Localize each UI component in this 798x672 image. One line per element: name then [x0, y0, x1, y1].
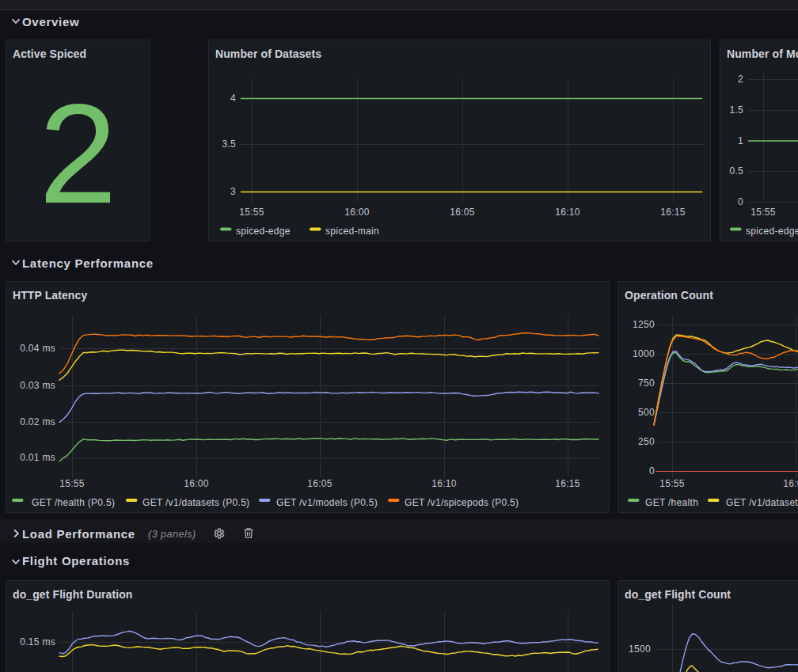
svg-text:1500: 1500	[629, 644, 651, 655]
svg-text:16:05: 16:05	[307, 478, 332, 489]
svg-text:3: 3	[230, 186, 236, 197]
svg-text:GET /v1/models (P0.5): GET /v1/models (P0.5)	[276, 497, 378, 508]
svg-text:4: 4	[230, 93, 236, 104]
svg-text:16:10: 16:10	[555, 207, 580, 218]
svg-text:GET /v1/datasets (P0.5): GET /v1/datasets (P0.5)	[142, 497, 249, 508]
svg-text:GET /v1/datasets: GET /v1/datasets	[726, 497, 798, 508]
svg-text:0.04 ms: 0.04 ms	[20, 343, 55, 354]
svg-text:GET /health: GET /health	[645, 497, 698, 508]
svg-text:0: 0	[738, 196, 743, 207]
svg-text:3.5: 3.5	[222, 139, 236, 150]
svg-text:1: 1	[738, 135, 743, 146]
svg-text:GET /v1/spicepods (P0.5): GET /v1/spicepods (P0.5)	[405, 497, 519, 508]
svg-text:15:55: 15:55	[659, 478, 685, 489]
svg-text:15:55: 15:55	[239, 207, 264, 218]
svg-text:15:55: 15:55	[750, 207, 776, 218]
svg-text:750: 750	[638, 378, 655, 389]
svg-text:16:00: 16:00	[184, 478, 209, 489]
svg-text:1250: 1250	[633, 319, 655, 330]
svg-text:spiced-main: spiced-main	[325, 226, 379, 237]
svg-text:16:05: 16:05	[450, 207, 475, 218]
svg-text:15:55: 15:55	[59, 478, 85, 489]
svg-text:16:00: 16:00	[783, 478, 798, 489]
svg-text:500: 500	[638, 407, 655, 418]
svg-text:0.15 ms: 0.15 ms	[20, 636, 55, 647]
svg-text:16:00: 16:00	[344, 207, 370, 218]
svg-text:GET /health (P0.5): GET /health (P0.5)	[32, 497, 115, 508]
svg-text:0.02 ms: 0.02 ms	[20, 416, 55, 427]
svg-text:16:10: 16:10	[431, 478, 457, 489]
svg-text:spiced-edge: spiced-edge	[746, 226, 798, 237]
svg-text:2: 2	[738, 74, 743, 85]
svg-text:0.01 ms: 0.01 ms	[20, 452, 55, 463]
svg-text:0: 0	[649, 465, 655, 476]
svg-text:1.5: 1.5	[729, 104, 743, 116]
svg-text:16:15: 16:15	[660, 207, 686, 218]
svg-text:0.03 ms: 0.03 ms	[20, 380, 55, 391]
svg-text:spiced-edge: spiced-edge	[236, 226, 291, 237]
svg-text:1000: 1000	[633, 348, 655, 359]
svg-text:250: 250	[638, 436, 655, 447]
svg-text:0.5: 0.5	[729, 165, 743, 177]
svg-text:16:15: 16:15	[555, 478, 580, 489]
